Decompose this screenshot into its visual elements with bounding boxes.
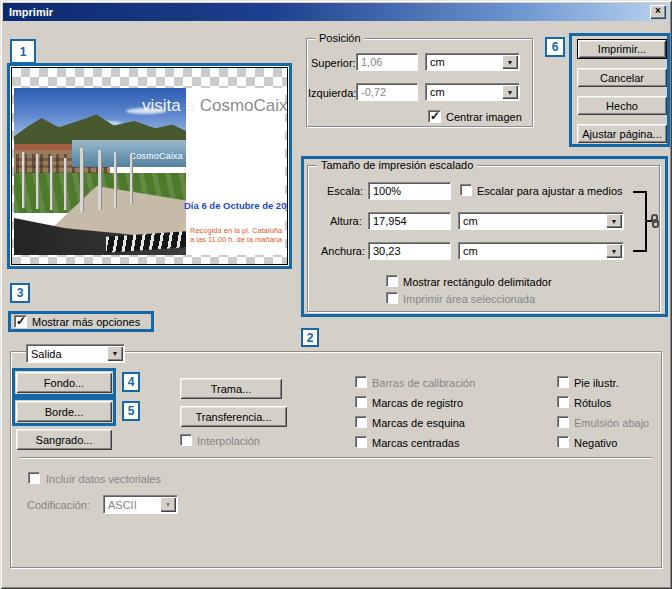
codificacion-label: Codificación: (27, 499, 90, 511)
callout-6: 6 (545, 37, 565, 57)
cancelar-button[interactable]: Cancelar (577, 68, 667, 87)
section-divider (20, 457, 652, 459)
interpolacion-checkbox (180, 434, 192, 446)
altura-unit-select[interactable]: cm ▼ (458, 212, 624, 230)
photo-pole (98, 150, 102, 210)
incluir-vectoriales-checkbox (28, 472, 40, 484)
mostrar-mas-opciones-checkbox[interactable] (14, 315, 27, 328)
chevron-down-icon[interactable]: ▼ (107, 346, 123, 361)
superior-label: Superior: (311, 57, 356, 69)
print-preview: CosmoCaixa (12, 68, 287, 264)
callout-1: 1 (10, 39, 36, 64)
codificacion-value: ASCII (108, 499, 137, 511)
escalado-legend: Tamaño de impresión escalado (317, 159, 477, 171)
centrar-imagen-label: Centrar imagen (446, 111, 522, 123)
photo-pole (22, 152, 25, 208)
photo-pole (114, 152, 117, 208)
photo-pole (130, 154, 133, 204)
anchura-unit-value: cm (463, 245, 478, 257)
escala-label: Escala: (327, 185, 363, 197)
chevron-down-icon[interactable]: ▼ (606, 244, 622, 258)
escalar-medios-label: Escalar para ajustar a medios (477, 185, 623, 197)
chevron-down-icon[interactable]: ▼ (502, 85, 518, 99)
mostrar-rectangulo-checkbox[interactable] (386, 275, 398, 287)
altura-value: 17,954 (373, 215, 407, 227)
interpolacion-label: Interpolación (197, 435, 260, 447)
callout-5: 5 (122, 401, 140, 421)
izquierda-input: -0,72 (356, 83, 418, 101)
anchura-value: 30,23 (373, 245, 401, 257)
sangrado-button[interactable]: Sangrado... (16, 429, 112, 450)
anchura-unit-select[interactable]: cm ▼ (458, 242, 624, 260)
headline-dark: CosmoCaixa (200, 96, 287, 115)
callout-2: 2 (301, 328, 319, 347)
marcas-centradas-label: Marcas centradas (372, 437, 459, 449)
link-bracket (633, 250, 647, 252)
posicion-legend: Posición (315, 32, 365, 44)
emulsion-abajo-label: Emulsión abajo (574, 417, 649, 429)
marcas-esquina-checkbox[interactable] (355, 416, 367, 428)
izquierda-label: Izquierda: (308, 87, 356, 99)
photo-pole (80, 148, 84, 212)
marcas-esquina-label: Marcas de esquina (372, 417, 465, 429)
marcas-registro-label: Marcas de registro (372, 397, 463, 409)
imprimir-area-label: Imprimir área seleccionada (403, 293, 535, 305)
photo-glass-building: CosmoCaixa (72, 140, 186, 167)
callout-4: 4 (122, 372, 140, 392)
window-title: Imprimir (9, 6, 53, 18)
print-dialog: Imprimir × 1 (0, 0, 672, 589)
preview-date: Día 6 de Octubre de 2004 (184, 200, 287, 211)
superior-input: 1,06 (356, 53, 418, 71)
altura-input[interactable]: 17,954 (368, 212, 451, 230)
superior-unit-select[interactable]: cm ▼ (425, 53, 520, 71)
ajustar-pagina-button[interactable]: Ajustar página... (577, 124, 667, 143)
codificacion-select: ASCII ▼ (103, 495, 178, 514)
pie-ilustr-checkbox[interactable] (557, 376, 569, 388)
barras-calibracion-checkbox (355, 376, 367, 388)
marcas-centradas-checkbox[interactable] (355, 436, 367, 448)
imprimir-button[interactable]: Imprimir... (577, 39, 667, 59)
chevron-down-icon[interactable]: ▼ (606, 214, 622, 228)
imprimir-area-checkbox (386, 292, 398, 304)
photo-pole (36, 154, 39, 209)
anchura-input[interactable]: 30,23 (368, 242, 451, 260)
salida-select-value: Salida (31, 348, 62, 360)
izquierda-unit-value: cm (430, 86, 445, 98)
anchura-label: Anchura: (321, 245, 365, 257)
altura-label: Altura: (330, 215, 362, 227)
building-sign-text: CosmoCaixa (129, 151, 183, 161)
callout-3: 3 (10, 283, 30, 303)
mostrar-mas-opciones-label: Mostrar más opciones (32, 316, 140, 328)
transferencia-button[interactable]: Transferencia... (180, 406, 287, 427)
mostrar-rectangulo-label: Mostrar rectángulo delimitador (403, 276, 552, 288)
escala-value: 100% (373, 185, 401, 197)
title-bar[interactable]: Imprimir × (3, 3, 669, 21)
photo-pole (64, 158, 67, 210)
preview-page: CosmoCaixa (14, 88, 285, 255)
escala-input[interactable]: 100% (368, 182, 451, 200)
headline-light: visita a (142, 96, 200, 115)
chevron-down-icon[interactable]: ▼ (502, 55, 518, 69)
centrar-imagen-checkbox[interactable] (428, 110, 441, 123)
preview-headline: visita a CosmoCaixa (74, 96, 287, 115)
print-preview-highlight: CosmoCaixa (7, 63, 292, 269)
rotulos-checkbox[interactable] (557, 396, 569, 408)
superior-value: 1,06 (361, 56, 382, 68)
close-icon[interactable]: × (650, 5, 666, 19)
hecho-button[interactable]: Hecho (577, 96, 667, 115)
rotulos-label: Rótulos (574, 397, 611, 409)
incluir-vectoriales-label: Incluir datos vectoriales (46, 473, 161, 485)
barras-calibracion-label: Barras de calibración (372, 377, 475, 389)
preview-pickup-2: a las 11.00 h. de la mañana (190, 235, 282, 244)
escalar-medios-checkbox[interactable] (460, 184, 472, 196)
borde-button[interactable]: Borde... (16, 401, 112, 422)
izquierda-unit-select[interactable]: cm ▼ (425, 83, 520, 101)
marcas-registro-checkbox[interactable] (355, 396, 367, 408)
superior-unit-value: cm (430, 56, 445, 68)
salida-select[interactable]: Salida ▼ (26, 344, 125, 363)
print-preview-frame: CosmoCaixa (11, 67, 288, 265)
fondo-button[interactable]: Fondo... (16, 372, 112, 393)
negativo-checkbox[interactable] (557, 436, 569, 448)
trama-button[interactable]: Trama... (180, 378, 282, 399)
photo-pole (50, 156, 53, 210)
